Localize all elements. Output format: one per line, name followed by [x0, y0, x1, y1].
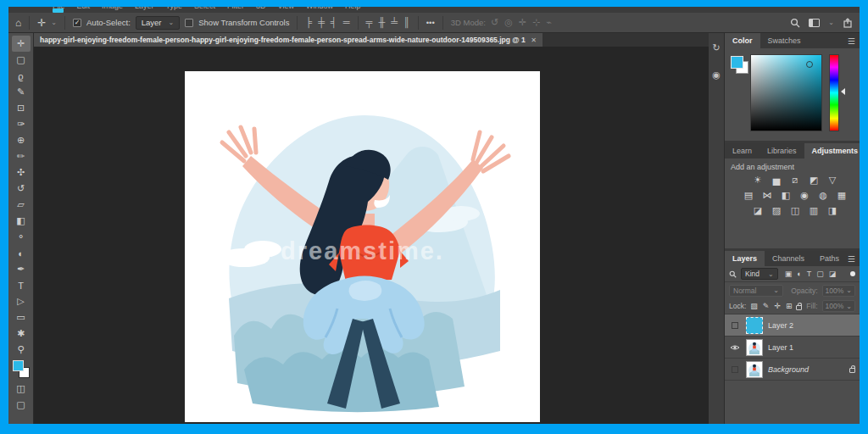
- curves-icon[interactable]: ⧄: [789, 175, 802, 186]
- blend-mode-dropdown[interactable]: Normal ⌄: [729, 285, 783, 297]
- menu-item-layer[interactable]: Layer: [135, 7, 154, 12]
- align-vertical-centers-icon[interactable]: ═: [343, 18, 350, 27]
- hue-slider[interactable]: [829, 54, 839, 131]
- panel-menu-icon[interactable]: ☰: [848, 251, 860, 266]
- layer-thumbnail[interactable]: [746, 339, 763, 356]
- history-brush-tool[interactable]: ↺: [12, 181, 31, 197]
- marquee-tool[interactable]: ▢: [12, 52, 31, 68]
- black-white-icon[interactable]: ◧: [780, 190, 793, 201]
- clone-stamp-tool[interactable]: ✣: [12, 164, 31, 181]
- menu-item-view[interactable]: View: [278, 7, 294, 12]
- collapsed-history-panel-icon[interactable]: ↻: [710, 40, 723, 55]
- photo-filter-icon[interactable]: ◉: [798, 190, 811, 201]
- lock-position-icon[interactable]: ✛: [774, 302, 781, 310]
- gradient-tool[interactable]: ◧: [12, 213, 31, 229]
- levels-icon[interactable]: ▅: [771, 175, 783, 186]
- 3d-pan-icon[interactable]: ✛: [519, 18, 526, 27]
- color-cursor[interactable]: [806, 61, 813, 68]
- hue-saturation-icon[interactable]: ▤: [743, 190, 755, 201]
- selective-color-icon[interactable]: ◨: [826, 205, 839, 216]
- distribute-spacing-icon[interactable]: ║: [403, 18, 410, 27]
- type-tool[interactable]: T: [12, 277, 31, 293]
- workspace-switcher-icon[interactable]: [809, 19, 820, 27]
- 3d-roll-icon[interactable]: ◎: [504, 18, 513, 27]
- foreground-swatch[interactable]: [13, 360, 24, 371]
- distribute-top-edges-icon[interactable]: ╤: [366, 18, 373, 27]
- menu-item-type[interactable]: Type: [166, 7, 183, 12]
- menu-item-filter[interactable]: Filter: [227, 7, 244, 12]
- filter-toggle-icon[interactable]: [850, 271, 855, 276]
- 3d-slide-icon[interactable]: ⊹: [532, 18, 540, 27]
- invert-icon[interactable]: ◪: [752, 205, 765, 216]
- document-canvas[interactable]: dreamstime.: [185, 71, 540, 422]
- shape-tool[interactable]: ▭: [12, 309, 31, 326]
- filter-kind-dropdown[interactable]: Kind ⌄: [741, 268, 778, 280]
- posterize-icon[interactable]: ▨: [771, 205, 783, 216]
- visibility-toggle[interactable]: [729, 322, 741, 329]
- channel-mixer-icon[interactable]: ◍: [817, 190, 830, 201]
- layer-name[interactable]: Background: [768, 365, 844, 374]
- auto-select-target-dropdown[interactable]: Layer ⌄: [136, 16, 180, 30]
- chevron-down-icon[interactable]: ⌄: [51, 19, 57, 26]
- hand-tool[interactable]: ✱: [12, 326, 31, 342]
- menu-item-image[interactable]: Image: [102, 7, 123, 12]
- collapsed-properties-panel-icon[interactable]: ◉: [710, 67, 723, 82]
- menu-item-edit[interactable]: Edit: [77, 7, 91, 12]
- tab-paths[interactable]: Paths: [812, 251, 847, 266]
- gradient-map-icon[interactable]: ▥: [808, 205, 821, 216]
- filter-search-icon[interactable]: [729, 270, 737, 278]
- threshold-icon[interactable]: ◫: [789, 205, 802, 216]
- tab-adjustments[interactable]: Adjustments: [804, 143, 860, 159]
- eraser-tool[interactable]: ▱: [12, 197, 31, 213]
- tab-channels[interactable]: Channels: [765, 251, 812, 266]
- brightness-contrast-icon[interactable]: ☀: [752, 175, 765, 186]
- distribute-bottom-edges-icon[interactable]: ╧: [391, 18, 398, 27]
- distribute-horizontal-centers-icon[interactable]: ╫: [378, 18, 385, 27]
- dodge-tool[interactable]: ◐: [12, 245, 31, 261]
- foreground-color-swatch[interactable]: [731, 56, 743, 69]
- hue-slider-handle[interactable]: [841, 88, 845, 95]
- color-balance-icon[interactable]: ⋈: [761, 190, 774, 201]
- 3d-orbit-icon[interactable]: ↺: [491, 18, 498, 27]
- menu-item-select[interactable]: Select: [194, 7, 215, 12]
- share-icon[interactable]: [843, 18, 853, 28]
- eyedropper-tool[interactable]: ✑: [12, 116, 31, 132]
- zoom-tool[interactable]: ⚲: [12, 342, 31, 358]
- visibility-toggle[interactable]: [729, 344, 741, 351]
- align-left-edges-icon[interactable]: ╞: [305, 18, 312, 27]
- vibrance-icon[interactable]: ▽: [826, 175, 839, 186]
- move-tool-icon[interactable]: ✛: [37, 18, 46, 28]
- tab-swatches[interactable]: Swatches: [760, 33, 809, 48]
- menu-item-3d[interactable]: 3D: [256, 7, 266, 12]
- align-right-edges-icon[interactable]: ╡: [331, 18, 337, 27]
- filter-type-layers-icon[interactable]: T: [807, 270, 812, 278]
- opacity-field[interactable]: 100% ⌄: [822, 285, 855, 297]
- pen-tool[interactable]: ✒: [12, 261, 31, 277]
- lock-image-pixels-icon[interactable]: ✎: [763, 302, 770, 310]
- menu-item-help[interactable]: Help: [345, 7, 361, 12]
- home-icon[interactable]: ⌂: [15, 18, 21, 28]
- color-lookup-icon[interactable]: ▦: [836, 190, 849, 201]
- more-options-button[interactable]: •••: [426, 18, 435, 27]
- filter-adjustment-layers-icon[interactable]: ◐: [797, 270, 801, 278]
- 3d-camera-icon[interactable]: ⌁: [546, 18, 552, 27]
- layer-thumbnail[interactable]: [746, 361, 763, 378]
- tab-learn[interactable]: Learn: [725, 143, 760, 159]
- auto-select-checkbox[interactable]: ✓: [73, 19, 81, 27]
- tab-color[interactable]: Color: [725, 33, 760, 48]
- close-icon[interactable]: ✕: [531, 36, 537, 44]
- tab-libraries[interactable]: Libraries: [760, 143, 804, 159]
- lock-all-icon[interactable]: [796, 305, 802, 310]
- path-selection-tool[interactable]: ▷: [12, 293, 31, 309]
- show-transform-controls-checkbox[interactable]: [185, 19, 193, 27]
- filter-smart-objects-icon[interactable]: ◪: [829, 270, 837, 278]
- healing-brush-tool[interactable]: ⊕: [12, 132, 31, 148]
- chevron-down-icon[interactable]: ⌄: [828, 19, 834, 26]
- screen-mode-icon[interactable]: ▢: [12, 397, 31, 413]
- filter-shape-layers-icon[interactable]: ▢: [816, 270, 824, 278]
- crop-tool[interactable]: ⊡: [12, 100, 31, 116]
- tab-layers[interactable]: Layers: [725, 251, 765, 266]
- filter-pixel-layers-icon[interactable]: ▣: [785, 270, 793, 278]
- panel-menu-icon[interactable]: ☰: [848, 33, 860, 48]
- document-tab[interactable]: happy-girl-enjoying-freedom-female-perso…: [34, 33, 542, 47]
